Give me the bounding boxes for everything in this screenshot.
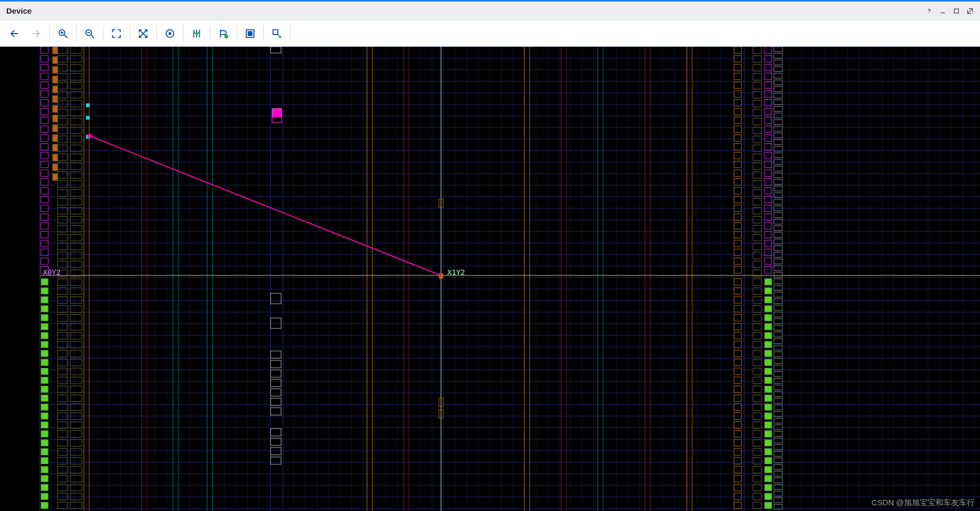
svg-rect-239 [41,475,48,482]
svg-rect-529 [764,404,772,411]
device-window: Device [0,0,980,511]
svg-rect-517 [764,296,772,303]
svg-rect-532 [764,431,772,438]
svg-rect-224 [41,341,48,348]
auto-fit-button[interactable] [159,23,181,45]
svg-rect-229 [41,386,48,392]
back-arrow-icon [8,28,20,39]
device-view[interactable]: X0Y2 X1Y2 CSDN @旭旭宝宝和车友车行 [0,47,980,511]
svg-line-3 [967,8,972,13]
nav-back-button[interactable] [3,23,25,45]
svg-rect-2 [954,8,959,13]
svg-rect-225 [41,350,48,357]
svg-rect-255 [52,164,58,171]
place-cells-icon [218,28,229,39]
svg-rect-258 [86,116,90,120]
svg-rect-527 [764,386,772,392]
zoom-in-button[interactable] [52,23,74,45]
svg-rect-238 [41,466,48,473]
svg-rect-534 [764,449,772,455]
svg-rect-217 [41,279,48,285]
io-planning-button[interactable] [266,23,288,45]
svg-rect-523 [764,350,772,357]
place-button[interactable] [212,23,234,45]
svg-rect-221 [41,314,48,321]
svg-line-9 [91,35,94,38]
zoom-out-button[interactable] [79,23,101,45]
device-canvas[interactable] [0,47,980,511]
svg-rect-525 [764,368,772,375]
restore-button[interactable] [963,4,977,18]
svg-rect-235 [41,440,48,446]
forward-arrow-icon [30,28,42,39]
svg-rect-537 [764,475,772,482]
svg-rect-22 [248,31,252,35]
svg-rect-539 [764,493,772,500]
svg-rect-247 [52,86,58,93]
help-icon [925,7,933,15]
window-title: Device [6,6,31,15]
svg-rect-222 [41,323,48,330]
nav-forward-button[interactable] [25,23,47,45]
help-button[interactable] [922,4,936,18]
svg-rect-218 [41,288,48,294]
svg-rect-515 [764,279,772,285]
io-planning-icon [271,28,283,39]
svg-rect-223 [41,332,48,339]
svg-rect-536 [764,466,772,473]
svg-point-14 [169,33,171,35]
svg-rect-530 [764,413,772,420]
svg-rect-230 [41,395,48,402]
svg-rect-228 [41,377,48,384]
zoom-out-icon [84,28,95,39]
title-bar: Device [0,2,980,20]
svg-line-5 [64,35,68,38]
svg-point-0 [929,12,929,13]
svg-rect-524 [764,359,772,366]
svg-rect-531 [764,422,772,429]
svg-rect-236 [41,449,48,455]
highlight-box-icon [244,28,256,39]
svg-rect-257 [86,103,90,107]
svg-rect-251 [52,125,58,132]
routing-button[interactable] [186,23,208,45]
svg-rect-244 [52,57,58,64]
svg-rect-520 [764,323,772,330]
svg-rect-250 [52,115,58,122]
svg-rect-533 [764,440,772,446]
zoom-fit-icon [111,28,122,39]
svg-rect-516 [764,288,772,294]
svg-rect-248 [52,95,58,103]
svg-rect-227 [41,368,48,375]
maximize-icon [953,7,960,15]
svg-rect-219 [41,296,48,303]
svg-rect-254 [52,154,58,161]
zoom-fit-button[interactable] [105,23,127,45]
svg-rect-382 [439,273,443,279]
highlight-button[interactable] [239,23,261,45]
svg-rect-220 [41,305,48,312]
svg-rect-540 [764,502,772,509]
svg-rect-246 [52,76,58,83]
svg-rect-249 [52,105,58,112]
minimize-icon [939,7,946,15]
svg-rect-528 [764,395,772,402]
svg-rect-518 [764,305,772,312]
svg-rect-231 [41,404,48,411]
svg-rect-521 [764,332,772,339]
svg-rect-245 [52,66,58,73]
svg-rect-535 [764,457,772,464]
svg-rect-226 [41,359,48,366]
svg-rect-237 [41,457,48,464]
svg-rect-519 [764,314,772,321]
maximize-button[interactable] [950,4,963,18]
svg-rect-253 [52,144,58,152]
minimize-button[interactable] [936,4,950,18]
svg-rect-242 [41,502,48,509]
toolbar [0,20,980,47]
popout-icon [966,7,974,15]
zoom-area-button[interactable] [132,23,154,45]
svg-rect-538 [764,484,772,491]
zoom-area-icon [137,28,149,39]
svg-rect-23 [273,29,278,34]
